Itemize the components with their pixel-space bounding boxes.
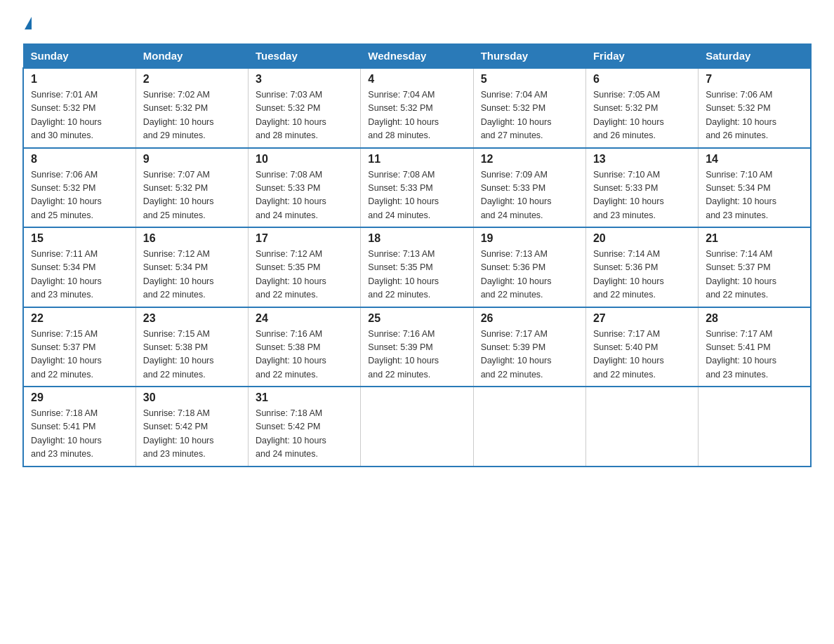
sunrise-text: Sunrise: 7:18 AM [31, 408, 98, 418]
weekday-header-monday: Monday [135, 44, 248, 69]
day-number: 21 [706, 232, 803, 245]
calendar-cell: 11Sunrise: 7:08 AMSunset: 5:33 PMDayligh… [361, 148, 473, 228]
calendar-cell: 20Sunrise: 7:14 AMSunset: 5:36 PMDayligh… [585, 227, 698, 307]
day-number: 7 [706, 73, 803, 86]
day-info: Sunrise: 7:04 AMSunset: 5:32 PMDaylight:… [481, 88, 578, 143]
day-number: 19 [481, 232, 578, 245]
sunrise-text: Sunrise: 7:13 AM [481, 249, 548, 259]
day-info: Sunrise: 7:10 AMSunset: 5:33 PMDaylight:… [593, 168, 691, 223]
day-info: Sunrise: 7:13 AMSunset: 5:36 PMDaylight:… [481, 248, 578, 302]
daylight-minutes: and 23 minutes. [706, 370, 768, 380]
sunset-text: Sunset: 5:36 PM [481, 262, 545, 272]
daylight-minutes: and 30 minutes. [31, 130, 93, 140]
daylight-minutes: and 22 minutes. [481, 370, 543, 380]
sunset-text: Sunset: 5:33 PM [368, 183, 432, 193]
sunrise-text: Sunrise: 7:18 AM [256, 408, 322, 418]
day-number: 10 [256, 153, 353, 166]
calendar-cell [361, 387, 473, 467]
day-number: 24 [256, 312, 353, 325]
day-number: 12 [481, 153, 578, 166]
calendar-cell: 30Sunrise: 7:18 AMSunset: 5:42 PMDayligh… [135, 387, 248, 467]
day-number: 31 [256, 391, 353, 404]
daylight-minutes: and 22 minutes. [256, 290, 318, 300]
day-number: 6 [593, 73, 691, 86]
day-number: 1 [31, 73, 128, 86]
daylight-text: Daylight: 10 hours [593, 117, 664, 127]
calendar-cell: 1Sunrise: 7:01 AMSunset: 5:32 PMDaylight… [23, 68, 135, 148]
daylight-minutes: and 28 minutes. [368, 130, 430, 140]
calendar-cell: 5Sunrise: 7:04 AMSunset: 5:32 PMDaylight… [473, 68, 585, 148]
daylight-minutes: and 22 minutes. [256, 370, 318, 380]
daylight-text: Daylight: 10 hours [256, 276, 326, 286]
day-number: 5 [481, 73, 578, 86]
daylight-minutes: and 28 minutes. [256, 130, 318, 140]
day-info: Sunrise: 7:16 AMSunset: 5:38 PMDaylight:… [256, 328, 353, 382]
calendar-week-row: 22Sunrise: 7:15 AMSunset: 5:37 PMDayligh… [23, 307, 811, 387]
calendar-cell: 15Sunrise: 7:11 AMSunset: 5:34 PMDayligh… [23, 227, 135, 307]
day-number: 23 [143, 312, 241, 325]
day-info: Sunrise: 7:14 AMSunset: 5:37 PMDaylight:… [706, 248, 803, 302]
day-info: Sunrise: 7:07 AMSunset: 5:32 PMDaylight:… [143, 168, 241, 223]
calendar-cell: 14Sunrise: 7:10 AMSunset: 5:34 PMDayligh… [699, 148, 811, 228]
sunrise-text: Sunrise: 7:05 AM [593, 90, 660, 100]
daylight-text: Daylight: 10 hours [481, 196, 552, 206]
calendar-cell: 19Sunrise: 7:13 AMSunset: 5:36 PMDayligh… [473, 227, 585, 307]
day-info: Sunrise: 7:03 AMSunset: 5:32 PMDaylight:… [256, 88, 353, 143]
daylight-text: Daylight: 10 hours [481, 276, 552, 286]
day-number: 29 [31, 391, 128, 404]
daylight-minutes: and 22 minutes. [143, 290, 206, 300]
daylight-text: Daylight: 10 hours [368, 356, 439, 365]
day-info: Sunrise: 7:10 AMSunset: 5:34 PMDaylight:… [706, 168, 803, 223]
sunrise-text: Sunrise: 7:09 AM [481, 170, 548, 180]
calendar-week-row: 8Sunrise: 7:06 AMSunset: 5:32 PMDaylight… [23, 148, 811, 228]
sunset-text: Sunset: 5:38 PM [256, 342, 320, 352]
day-info: Sunrise: 7:15 AMSunset: 5:37 PMDaylight:… [31, 328, 128, 382]
sunrise-text: Sunrise: 7:12 AM [143, 249, 210, 259]
calendar-cell: 6Sunrise: 7:05 AMSunset: 5:32 PMDaylight… [585, 68, 698, 148]
daylight-minutes: and 23 minutes. [31, 449, 93, 459]
daylight-minutes: and 29 minutes. [143, 130, 206, 140]
sunset-text: Sunset: 5:34 PM [31, 262, 95, 272]
daylight-minutes: and 22 minutes. [593, 370, 656, 380]
daylight-minutes: and 22 minutes. [368, 290, 430, 300]
daylight-text: Daylight: 10 hours [368, 276, 439, 286]
daylight-text: Daylight: 10 hours [256, 117, 326, 127]
sunrise-text: Sunrise: 7:06 AM [706, 90, 772, 100]
day-number: 22 [31, 312, 128, 325]
weekday-header-sunday: Sunday [23, 44, 135, 69]
daylight-text: Daylight: 10 hours [706, 276, 776, 286]
daylight-text: Daylight: 10 hours [593, 196, 664, 206]
day-info: Sunrise: 7:12 AMSunset: 5:34 PMDaylight:… [143, 248, 241, 302]
daylight-minutes: and 25 minutes. [143, 210, 206, 220]
day-number: 14 [706, 153, 803, 166]
sunset-text: Sunset: 5:32 PM [256, 103, 320, 113]
day-info: Sunrise: 7:04 AMSunset: 5:32 PMDaylight:… [368, 88, 465, 143]
daylight-minutes: and 22 minutes. [31, 370, 93, 380]
day-info: Sunrise: 7:08 AMSunset: 5:33 PMDaylight:… [368, 168, 465, 223]
sunset-text: Sunset: 5:42 PM [256, 422, 320, 431]
daylight-minutes: and 24 minutes. [368, 210, 430, 220]
day-number: 8 [31, 153, 128, 166]
logo [22, 17, 32, 29]
daylight-minutes: and 22 minutes. [481, 290, 543, 300]
day-info: Sunrise: 7:05 AMSunset: 5:32 PMDaylight:… [593, 88, 691, 143]
daylight-text: Daylight: 10 hours [143, 356, 214, 365]
day-info: Sunrise: 7:01 AMSunset: 5:32 PMDaylight:… [31, 88, 128, 143]
day-info: Sunrise: 7:18 AMSunset: 5:41 PMDaylight:… [31, 407, 128, 462]
sunset-text: Sunset: 5:34 PM [706, 183, 770, 193]
sunrise-text: Sunrise: 7:04 AM [481, 90, 548, 100]
daylight-minutes: and 23 minutes. [143, 449, 206, 459]
sunset-text: Sunset: 5:41 PM [706, 342, 770, 352]
sunset-text: Sunset: 5:33 PM [593, 183, 658, 193]
day-number: 13 [593, 153, 691, 166]
daylight-minutes: and 23 minutes. [593, 210, 656, 220]
sunset-text: Sunset: 5:39 PM [481, 342, 545, 352]
daylight-text: Daylight: 10 hours [368, 196, 439, 206]
sunset-text: Sunset: 5:36 PM [593, 262, 658, 272]
sunset-text: Sunset: 5:40 PM [593, 342, 658, 352]
calendar-cell: 21Sunrise: 7:14 AMSunset: 5:37 PMDayligh… [699, 227, 811, 307]
sunrise-text: Sunrise: 7:10 AM [593, 170, 660, 180]
sunset-text: Sunset: 5:32 PM [481, 103, 545, 113]
sunset-text: Sunset: 5:38 PM [143, 342, 208, 352]
day-info: Sunrise: 7:12 AMSunset: 5:35 PMDaylight:… [256, 248, 353, 302]
